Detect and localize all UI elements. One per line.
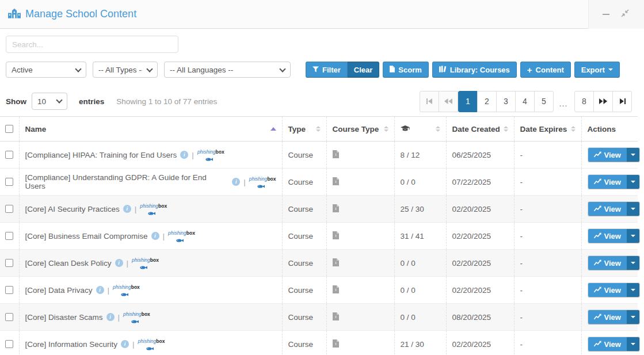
info-icon[interactable]: i [123,205,131,213]
enrollment-count: 8 / 12 [394,142,446,169]
view-button[interactable]: View [588,283,627,297]
course-name: [Core] Data Privacy [25,286,93,295]
type-filter-select[interactable]: -- All Types -- [93,62,158,78]
course-name: [Core] Business Email Compromise [25,232,148,241]
view-dropdown-caret[interactable] [627,148,639,162]
view-dropdown-caret[interactable] [627,337,639,351]
actions-column-header: Actions [581,117,638,142]
last-page-button[interactable] [612,91,632,112]
sort-icon [571,126,576,132]
date-expires-value: - [514,169,581,196]
sort-icon [384,126,388,132]
select-all-header[interactable] [0,117,19,142]
date-created-value: 02/20/2025 [446,277,514,304]
caret-down-icon [631,262,635,264]
course-name: [Core] AI Security Practices [25,205,120,213]
row-checkbox[interactable] [5,313,13,321]
view-split-button: View [588,147,640,162]
view-dropdown-caret[interactable] [627,283,639,297]
view-split-button: View [588,283,640,297]
date-created-column-header[interactable]: Date Created [446,117,514,142]
caret-down-icon [631,289,635,291]
row-checkbox[interactable] [5,151,13,159]
first-page-button[interactable] [420,91,439,112]
scorm-file-icon [333,287,339,295]
date-created-value: 02/20/2025 [446,331,514,355]
export-button[interactable]: Export [574,62,620,78]
file-icon [390,66,395,74]
view-button[interactable]: View [588,337,627,351]
row-checkbox[interactable] [5,205,13,213]
view-dropdown-caret[interactable] [627,175,639,189]
info-icon[interactable]: i [151,232,159,240]
type-column-header[interactable]: Type [282,117,326,142]
scorm-button[interactable]: Scorm [383,62,428,78]
chart-line-icon [594,178,601,186]
language-filter-select[interactable]: -- All Languages -- [164,62,291,78]
library-courses-button[interactable]: Library: Courses [432,62,517,78]
info-icon[interactable]: i [232,178,240,186]
collapse-icon[interactable] [621,9,629,20]
view-split-button: View [588,337,640,352]
select-all-checkbox[interactable] [5,125,13,133]
next-page-button[interactable] [593,91,613,112]
show-label: Show [6,97,26,106]
scorm-file-icon [333,178,339,187]
date-expires-value: - [514,331,581,355]
pagination-ellipsis: ... [554,94,573,108]
search-input[interactable] [6,36,178,53]
course-type-label: Course [282,277,326,304]
filter-button[interactable]: Filter [306,62,348,78]
add-content-button[interactable]: + Content [520,62,571,78]
row-checkbox[interactable] [5,286,13,294]
page-button-last-number[interactable]: 8 [574,91,594,112]
previous-page-button[interactable] [439,91,458,112]
view-button[interactable]: View [588,175,627,189]
info-icon[interactable]: i [121,340,129,348]
page-button-1[interactable]: 1 [458,91,478,112]
view-dropdown-caret[interactable] [627,229,639,243]
date-created-value: 02/20/2025 [446,250,514,277]
view-split-button: View [588,174,640,189]
row-checkbox[interactable] [5,232,13,240]
row-checkbox[interactable] [5,178,13,186]
enrollment-column-header[interactable] [394,117,446,142]
view-button[interactable]: View [588,310,627,324]
view-dropdown-caret[interactable] [627,256,639,270]
date-expires-value: - [514,142,581,169]
view-button[interactable]: View [588,148,627,162]
fish-icon [205,155,213,163]
name-column-header[interactable]: Name [19,117,282,142]
scorm-file-icon [333,205,339,214]
date-expires-column-header[interactable]: Date Expires [514,117,581,142]
date-expires-value: - [514,304,581,331]
row-checkbox[interactable] [5,340,13,348]
page-button-3[interactable]: 3 [496,91,516,112]
minimize-icon[interactable] [603,14,609,15]
fish-icon [176,236,184,244]
info-icon[interactable]: i [180,151,188,159]
course-type-label: Course [282,223,326,250]
chart-line-icon [594,340,601,349]
window-controls [588,0,644,29]
course-type-label: Course [282,169,326,196]
view-button[interactable]: View [588,256,627,270]
page-size-select[interactable]: 10 [32,93,67,110]
sort-icon [436,126,440,132]
info-icon[interactable]: i [96,286,104,294]
view-dropdown-caret[interactable] [627,310,639,324]
status-filter-select[interactable]: Active [6,62,86,78]
table-row: [Core] Clean Desk Policy i | phishingbox… [0,250,638,277]
view-button[interactable]: View [588,229,627,243]
entries-summary: Showing 1 to 10 of 77 entries [116,97,217,106]
page-button-2[interactable]: 2 [477,91,497,112]
view-button[interactable]: View [588,202,627,216]
info-icon[interactable]: i [106,313,115,321]
page-button-4[interactable]: 4 [515,91,535,112]
clear-button[interactable]: Clear [348,62,380,78]
row-checkbox[interactable] [5,259,13,267]
course-type-column-header[interactable]: Course Type [326,117,394,142]
page-button-5[interactable]: 5 [534,91,554,112]
view-dropdown-caret[interactable] [627,202,639,216]
info-icon[interactable]: i [115,259,123,267]
